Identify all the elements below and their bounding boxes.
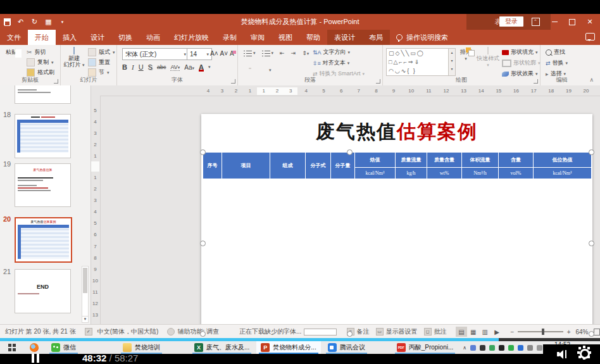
column-header[interactable]: 分子量 <box>331 153 355 179</box>
tray-icon[interactable] <box>518 345 523 351</box>
signin-button[interactable]: 登录 <box>499 16 523 27</box>
tab-table-design[interactable]: 表设计 <box>327 30 362 45</box>
grow-font-icon[interactable]: A˄ <box>210 50 218 57</box>
align-center-button[interactable] <box>249 68 251 69</box>
selection-handle[interactable] <box>347 331 353 337</box>
tab-help[interactable]: 帮助 <box>299 30 327 45</box>
slide-sorter-view-button[interactable]: ▦ <box>467 327 479 337</box>
replace-button[interactable]: ⇄替换 ▾ <box>546 59 568 67</box>
tab-home[interactable]: 开始 <box>28 30 56 45</box>
collapse-ribbon-icon[interactable]: ∧ <box>589 77 594 83</box>
vertical-ruler[interactable]: 5432112345678910111213 <box>91 96 101 324</box>
justify-button[interactable] <box>261 68 264 69</box>
thumbnail-scrollbar[interactable] <box>82 266 89 320</box>
volume-icon[interactable] <box>557 349 568 360</box>
ribbon-options-button[interactable]: ⌃ <box>527 14 544 30</box>
line-spacing-icon[interactable]: ⇕▾ <box>301 49 310 57</box>
new-slide-button[interactable]: 新建幻灯片 ▾ <box>62 47 86 68</box>
column-unit[interactable]: vol% <box>499 168 534 179</box>
bold-button[interactable]: B <box>122 63 127 71</box>
tray-icon[interactable] <box>480 345 485 351</box>
reset-button[interactable]: 重置 <box>88 58 115 66</box>
align-right-button[interactable] <box>255 68 258 69</box>
column-header[interactable]: 质量流量 <box>396 153 427 168</box>
text-direction-button[interactable]: ⇅A文字方向 ▾ <box>313 48 365 56</box>
align-left-button[interactable] <box>242 68 245 69</box>
copy-button[interactable]: 复制 ▾ <box>27 58 54 66</box>
column-unit[interactable]: wt% <box>427 168 462 179</box>
font-size-buttons[interactable]: A˄ A˅ A <box>210 50 234 57</box>
comments-button[interactable]: ◻批注 <box>424 327 447 336</box>
thumbnail-panel[interactable]: 18 19 废气热值估算 20 废气热值估算案例 21 <box>0 85 91 324</box>
column-header[interactable]: 含量 <box>499 153 534 168</box>
taskbar-item-firefox[interactable] <box>25 341 43 354</box>
shape-outline-button[interactable]: 形状轮廓 ▾ <box>502 59 541 67</box>
font-family-combo[interactable]: 宋体 (正文)▾ <box>122 48 189 60</box>
tell-me-search[interactable]: 操作说明搜索 <box>390 30 454 45</box>
tray-icon[interactable] <box>527 345 533 351</box>
restore-button[interactable] <box>563 14 581 30</box>
column-unit[interactable]: kg/h <box>396 168 427 179</box>
zoom-out-icon[interactable]: − <box>510 329 514 336</box>
column-header[interactable]: 质量含量 <box>427 153 462 168</box>
change-case-button[interactable]: Aa▾ <box>184 64 194 71</box>
tab-slideshow[interactable]: 幻灯片放映 <box>167 30 216 45</box>
find-button[interactable]: 查找 <box>546 48 568 56</box>
thumbnail-slide-17[interactable] <box>15 85 71 104</box>
column-header[interactable]: 焓值 <box>355 153 396 168</box>
tray-icon[interactable] <box>499 345 504 351</box>
language-status[interactable]: 中文(简体，中国大陆) <box>97 327 159 336</box>
char-spacing-button[interactable]: AV▾ <box>170 64 180 71</box>
decrease-indent-icon[interactable]: ⇤ <box>278 49 286 57</box>
column-header[interactable]: 序号 <box>203 153 222 179</box>
tray-icon[interactable] <box>508 345 514 351</box>
tray-icon[interactable] <box>470 345 476 351</box>
dialog-launcher-icon[interactable] <box>231 79 235 84</box>
taskbar-item-start[interactable] <box>4 341 20 354</box>
thumbnail-slide-21[interactable]: END <box>15 269 71 313</box>
normal-view-button[interactable]: ▤ <box>456 327 468 337</box>
pause-icon[interactable] <box>32 354 41 363</box>
tab-review[interactable]: 审阅 <box>244 30 272 45</box>
arrange-button[interactable]: 排列▾ <box>456 47 475 62</box>
zoom-slider[interactable] <box>518 331 563 332</box>
taskbar-item-excel[interactable]: X废气、废水及... <box>190 341 254 354</box>
tray-icon[interactable] <box>537 345 542 351</box>
column-header[interactable]: 体积流量 <box>462 153 499 168</box>
selection-handle[interactable] <box>200 331 206 337</box>
column-header[interactable]: 组成 <box>270 153 306 179</box>
bullets-button[interactable]: ▾ <box>242 50 257 57</box>
taskbar-item-meeting[interactable]: 腾讯会议 <box>323 341 370 354</box>
selection-handle[interactable] <box>347 149 353 155</box>
shape-fill-button[interactable]: 形状填充 ▾ <box>502 48 541 56</box>
tray-expand-icon[interactable]: ∧ <box>463 345 466 351</box>
selection-handle[interactable] <box>200 149 206 155</box>
taskbar-item-wechat[interactable]: 微信 <box>47 341 80 354</box>
slideshow-button[interactable]: ▶ <box>491 327 503 337</box>
slide-counter[interactable]: 幻灯片 第 20 张, 共 21 张 <box>5 327 76 336</box>
minimize-button[interactable] <box>546 14 563 30</box>
tab-layout[interactable]: 布局 <box>362 30 390 45</box>
underline-button[interactable]: U <box>139 63 144 71</box>
selection-handle[interactable] <box>589 149 594 155</box>
quick-styles-button[interactable]: 快速样式▾ <box>477 47 499 68</box>
slide-table-wrap[interactable]: 序号项目组成分子式分子量焓值质量流量质量含量体积流量含量低位热值kcal/Nm³… <box>203 152 591 334</box>
slide-canvas[interactable]: 废气热值估算案例 序号项目组成分子式分子量焓值质量流量质量含量体积流量含量低位热… <box>201 114 592 336</box>
comment-icon[interactable] <box>585 33 595 41</box>
accessibility-icon[interactable] <box>167 328 175 336</box>
thumbnail-slide-19[interactable]: 废气热值估算 <box>15 163 71 207</box>
horizontal-ruler[interactable]: 43211234567891011121314151617181920 <box>91 87 600 96</box>
thumbnail-slide-18[interactable] <box>15 114 71 158</box>
taskbar-item-folder[interactable]: 焚烧培训 <box>118 341 165 354</box>
clear-format-icon[interactable]: A <box>230 50 234 57</box>
numbering-button[interactable]: ▾ <box>261 50 275 57</box>
zoom-level[interactable]: 64% <box>575 329 588 336</box>
accessibility-status[interactable]: 辅助功能: 调查 <box>177 327 219 336</box>
column-header[interactable]: 项目 <box>222 153 270 179</box>
tab-insert[interactable]: 插入 <box>56 30 84 45</box>
selection-handle[interactable] <box>200 241 206 246</box>
column-unit[interactable]: Nm³/h <box>462 168 499 179</box>
shapes-scroll[interactable]: ▴▾▾ <box>448 48 456 76</box>
font-size-combo[interactable]: 14▾ <box>187 48 212 60</box>
increase-indent-icon[interactable]: ⇥ <box>290 49 297 57</box>
